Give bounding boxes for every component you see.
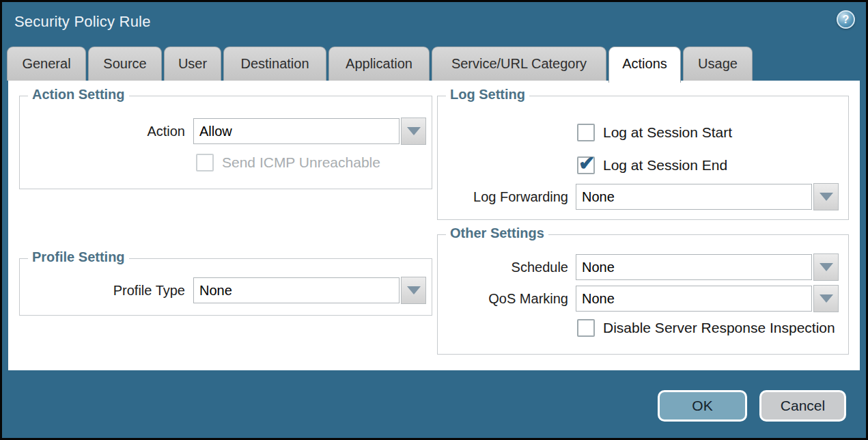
action-combobox[interactable] — [193, 118, 400, 144]
group-other-settings-legend: Other Settings — [446, 225, 548, 241]
qos-marking-combobox[interactable] — [576, 286, 812, 312]
disable-server-response-inspection-label: Disable Server Response Inspection — [603, 320, 835, 336]
ok-button[interactable]: OK — [658, 390, 747, 422]
chevron-down-icon — [820, 294, 833, 303]
tab-user[interactable]: User — [164, 46, 221, 81]
qos-marking-label: QoS Marking — [437, 291, 568, 307]
disable-server-response-inspection-checkbox[interactable] — [577, 319, 595, 337]
dialog-title: Security Policy Rule — [14, 13, 151, 31]
log-at-session-end-checkbox[interactable]: ✔ — [577, 156, 595, 174]
tab-source[interactable]: Source — [88, 46, 162, 81]
schedule-combobox[interactable] — [576, 254, 812, 280]
action-label: Action — [8, 124, 185, 139]
tab-actions[interactable]: Actions — [608, 46, 681, 83]
chevron-down-icon — [407, 127, 421, 135]
action-dropdown-button[interactable] — [401, 118, 426, 145]
schedule-label: Schedule — [437, 260, 568, 275]
profile-type-label: Profile Type — [8, 283, 185, 299]
log-forwarding-label: Log Forwarding — [437, 189, 568, 205]
tab-usage[interactable]: Usage — [683, 46, 753, 81]
qos-marking-dropdown-button[interactable] — [813, 285, 839, 312]
log-forwarding-combobox[interactable] — [576, 184, 812, 210]
send-icmp-unreachable-checkbox — [196, 154, 214, 171]
tab-application[interactable]: Application — [328, 46, 430, 81]
log-at-session-start-checkbox[interactable] — [577, 124, 595, 141]
log-forwarding-dropdown-button[interactable] — [813, 183, 839, 210]
content-panel: Action Setting Action Send ICMP Unreacha… — [8, 81, 860, 370]
chevron-down-icon — [407, 286, 421, 294]
tab-general[interactable]: General — [7, 46, 86, 81]
log-at-session-start-label: Log at Session Start — [603, 124, 732, 141]
group-log-setting-legend: Log Setting — [446, 87, 529, 102]
group-profile-setting-legend: Profile Setting — [28, 249, 129, 265]
profile-type-dropdown-button[interactable] — [401, 277, 426, 304]
send-icmp-unreachable-label: Send ICMP Unreachable — [222, 154, 380, 171]
help-icon[interactable]: ? — [837, 10, 855, 29]
check-icon: ✔ — [578, 152, 595, 175]
security-policy-rule-dialog: Security Policy Rule ? General Source Us… — [0, 0, 868, 440]
group-action-setting-legend: Action Setting — [28, 87, 129, 102]
log-at-session-end-label: Log at Session End — [603, 157, 727, 174]
tab-bar: General Source User Destination Applicat… — [7, 46, 753, 83]
tab-service-url-category[interactable]: Service/URL Category — [432, 46, 606, 81]
chevron-down-icon — [820, 263, 833, 271]
schedule-dropdown-button[interactable] — [813, 253, 839, 281]
cancel-button[interactable]: Cancel — [759, 390, 846, 422]
chevron-down-icon — [820, 193, 833, 201]
profile-type-combobox[interactable] — [193, 277, 400, 303]
tab-destination[interactable]: Destination — [223, 46, 326, 81]
